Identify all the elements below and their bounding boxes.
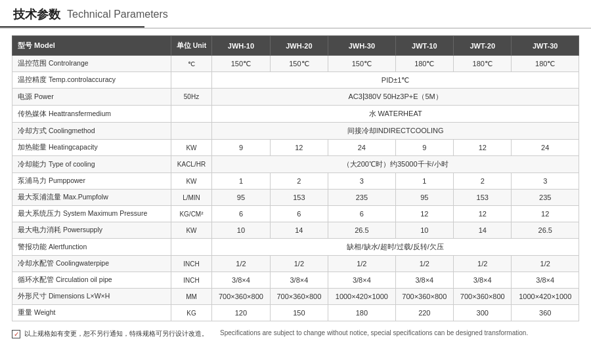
table-row: 循环水配管 Circulation oil pipeINCH3/8×43/8×4… [12, 272, 579, 289]
col-header-jwt10: JWT-10 [395, 36, 453, 56]
cell-jwt20: 1/2 [454, 256, 512, 272]
cell-jwt10: 12 [395, 206, 453, 222]
header: 技术参数 Technical Parameters [0, 0, 591, 29]
cell-jwt10: 180℃ [395, 56, 453, 72]
cell-jwh10: 10 [212, 222, 270, 239]
cell-unit: KACL/HR [171, 156, 211, 173]
cell-jwt10: 700×360×800 [395, 289, 453, 305]
cell-jwh20: 1/2 [270, 256, 328, 272]
cell-jwt20: 700×360×800 [454, 289, 512, 305]
cell-jwh10: 700×360×800 [212, 289, 270, 305]
col-header-jwt20: JWT-20 [454, 36, 512, 56]
cell-jwt30: 360 [512, 305, 579, 321]
cell-param: 温控精度 Temp.controlaccuracy [12, 72, 171, 89]
cell-unit: 50Hz [171, 89, 211, 106]
cell-merged: AC3ǀ380V 50Hz3P+E（5M） [212, 89, 579, 106]
cell-unit [171, 72, 211, 89]
cell-jwt30: 1/2 [512, 256, 579, 272]
cell-merged: PID±1℃ [212, 72, 579, 89]
col-header-jwt30: JWT-30 [512, 36, 579, 56]
cell-unit [171, 239, 211, 256]
cell-param: 外形尺寸 Dimensions L×W×H [12, 289, 171, 305]
cell-merged: 缺相/缺水/超时/过载/反转/欠压 [212, 239, 579, 256]
cell-jwt10: 95 [395, 190, 453, 206]
cell-jwt20: 180℃ [454, 56, 512, 72]
col-header-jwh20: JWH-20 [270, 36, 328, 56]
cell-unit: INCH [171, 272, 211, 289]
cell-jwt30: 26.5 [512, 222, 579, 239]
cell-jwh10: 120 [212, 305, 270, 321]
table-row: 加热能量 HeatingcapacityKW9122491224 [12, 140, 579, 156]
cell-jwt20: 153 [454, 190, 512, 206]
cell-jwh20: 150 [270, 305, 328, 321]
cell-jwt30: 3 [512, 173, 579, 190]
cell-unit [171, 106, 211, 123]
cell-param: 冷却能力 Type of cooling [12, 156, 171, 173]
title-zh: 技术参数 [13, 7, 60, 22]
cell-jwt20: 3/8×4 [454, 272, 512, 289]
title-en: Technical Parameters [67, 9, 168, 20]
cell-jwt10: 1/2 [395, 256, 453, 272]
cell-jwh30: 3 [328, 173, 396, 190]
cell-jwh30: 3/8×4 [328, 272, 396, 289]
cell-jwh30: 180 [328, 305, 396, 321]
cell-jwt20: 14 [454, 222, 512, 239]
cell-jwt30: 235 [512, 190, 579, 206]
footer-note: 以上规格如有变更，恕不另行通知，特殊规格可另行设计改造。 Specificati… [0, 325, 591, 344]
cell-jwh10: 9 [212, 140, 270, 156]
cell-jwh20: 150℃ [270, 56, 328, 72]
table-row: 外形尺寸 Dimensions L×W×HMM700×360×800700×36… [12, 289, 579, 305]
cell-param: 冷却水配管 Coolingwaterpipe [12, 256, 171, 272]
cell-param: 重量 Weight [12, 305, 171, 321]
col-header-jwh30: JWH-30 [328, 36, 396, 56]
table-row: 警报功能 Alertfunction缺相/缺水/超时/过载/反转/欠压 [12, 239, 579, 256]
cell-unit: KW [171, 222, 211, 239]
cell-jwh20: 2 [270, 173, 328, 190]
cell-jwh30: 150℃ [328, 56, 396, 72]
cell-param: 最大系统压力 System Maximum Pressure [12, 206, 171, 222]
cell-jwt30: 1000×420×1000 [512, 289, 579, 305]
cell-unit: INCH [171, 256, 211, 272]
cell-jwt10: 3/8×4 [395, 272, 453, 289]
table-row: 最大系统压力 System Maximum PressureKG/CM²6661… [12, 206, 579, 222]
cell-jwt30: 180℃ [512, 56, 579, 72]
cell-param: 电源 Power [12, 89, 171, 106]
col-header-jwh10: JWH-10 [212, 36, 270, 56]
cell-jwt30: 24 [512, 140, 579, 156]
footer-en: Specifications are subject to change wit… [220, 329, 528, 336]
cell-jwh10: 1 [212, 173, 270, 190]
cell-param: 温控范围 Controlrange [12, 56, 171, 72]
table-header-row: 型号 Model 单位 Unit JWH-10 JWH-20 JWH-30 JW… [12, 36, 579, 56]
table-row: 冷却方式 Coolingmethod间接冷却INDIRECTCOOLING [12, 123, 579, 140]
cell-unit: MM [171, 289, 211, 305]
cell-jwh30: 6 [328, 206, 396, 222]
cell-param: 泵浦马力 Pumppower [12, 173, 171, 190]
cell-jwh10: 6 [212, 206, 270, 222]
cell-jwh20: 12 [270, 140, 328, 156]
table-row: 重量 WeightKG120150180220300360 [12, 305, 579, 321]
cell-unit: KW [171, 140, 211, 156]
table-row: 泵浦马力 PumppowerKW123123 [12, 173, 579, 190]
cell-unit: KG [171, 305, 211, 321]
cell-jwh10: 150℃ [212, 56, 270, 72]
checkmark-icon [12, 330, 20, 338]
cell-param: 最大泵浦流量 Max.Pumpfolw [12, 190, 171, 206]
spec-table: 型号 Model 单位 Unit JWH-10 JWH-20 JWH-30 JW… [12, 35, 579, 321]
cell-jwt10: 1 [395, 173, 453, 190]
cell-jwh10: 95 [212, 190, 270, 206]
cell-jwh20: 3/8×4 [270, 272, 328, 289]
cell-unit: ℃ [171, 56, 211, 72]
table-row: 最大电力消耗 PowersupplyKW101426.5101426.5 [12, 222, 579, 239]
cell-jwh30: 24 [328, 140, 396, 156]
cell-jwt30: 3/8×4 [512, 272, 579, 289]
table-row: 传热媒体 Heattransfermedium水 WATERHEAT [12, 106, 579, 123]
cell-jwh10: 1/2 [212, 256, 270, 272]
cell-jwh20: 14 [270, 222, 328, 239]
cell-param: 加热能量 Heatingcapacity [12, 140, 171, 156]
table-row: 温控精度 Temp.controlaccuracyPID±1℃ [12, 72, 579, 89]
cell-param: 循环水配管 Circulation oil pipe [12, 272, 171, 289]
cell-param: 最大电力消耗 Powersupply [12, 222, 171, 239]
col-header-model: 型号 Model [12, 36, 171, 56]
cell-unit: KW [171, 173, 211, 190]
cell-unit [171, 123, 211, 140]
